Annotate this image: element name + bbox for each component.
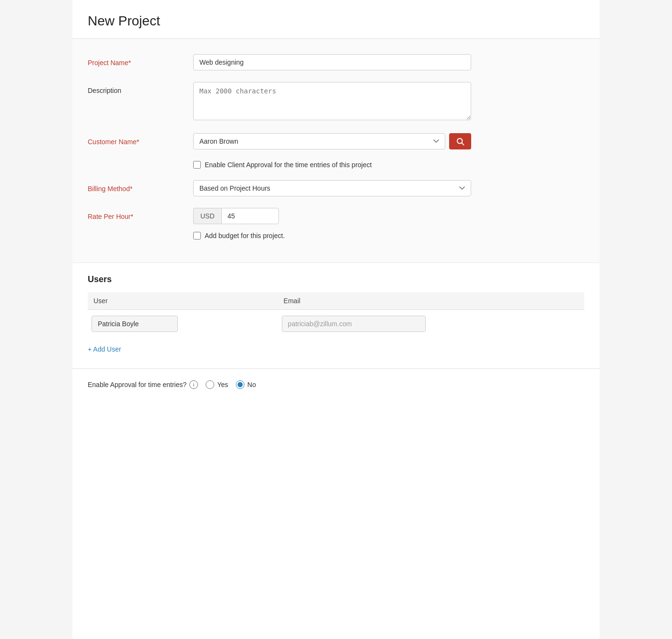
- billing-method-control: Based on Project Hours Fixed Cost Based …: [193, 180, 584, 196]
- rate-input[interactable]: [221, 208, 279, 224]
- customer-name-label: Customer Name*: [88, 133, 193, 146]
- description-label: Description: [88, 82, 193, 94]
- table-row: [88, 310, 584, 338]
- approval-radio-group: Yes No: [206, 380, 256, 389]
- add-user-label: + Add User: [88, 345, 121, 353]
- approval-yes-radio[interactable]: [206, 380, 214, 389]
- users-section-title: Users: [88, 274, 584, 285]
- add-user-button[interactable]: + Add User: [88, 342, 121, 357]
- user-cell: [88, 310, 278, 338]
- billing-method-select[interactable]: Based on Project Hours Fixed Cost Based …: [193, 180, 471, 196]
- project-name-label: Project Name*: [88, 54, 193, 67]
- search-icon: [456, 137, 464, 146]
- yes-label: Yes: [217, 381, 228, 388]
- no-label: No: [247, 381, 256, 388]
- rate-per-hour-control: USD Add budget for this project.: [193, 208, 584, 240]
- currency-badge: USD: [193, 208, 221, 224]
- approval-section: Enable Approval for time entries? i Yes …: [72, 368, 600, 400]
- col-user: User: [88, 292, 278, 310]
- add-budget-label: Add budget for this project.: [205, 232, 285, 240]
- approval-yes-option[interactable]: Yes: [206, 380, 228, 389]
- customer-name-row: Customer Name* Aaron Brown John Smith Ja…: [88, 133, 584, 149]
- approval-label: Enable Approval for time entries? i: [88, 380, 198, 389]
- approval-row: Enable Approval for time entries? i Yes …: [88, 380, 584, 389]
- project-name-input[interactable]: [193, 54, 471, 70]
- user-email-input[interactable]: [282, 316, 426, 332]
- add-budget-row: Add budget for this project.: [193, 232, 584, 240]
- users-table-header: User Email: [88, 292, 584, 310]
- rate-input-group: USD: [193, 208, 308, 224]
- users-table: User Email: [88, 292, 584, 338]
- project-name-row: Project Name*: [88, 54, 584, 70]
- email-cell: [278, 310, 584, 338]
- svg-line-1: [462, 143, 463, 145]
- col-email: Email: [278, 292, 584, 310]
- description-textarea[interactable]: [193, 82, 471, 120]
- description-row: Description: [88, 82, 584, 122]
- client-approval-label: Enable Client Approval for the time entr…: [205, 161, 372, 169]
- customer-name-select[interactable]: Aaron Brown John Smith Jane Doe: [193, 133, 445, 149]
- approval-no-option[interactable]: No: [236, 380, 256, 389]
- page-title: New Project: [88, 13, 584, 29]
- customer-name-control: Aaron Brown John Smith Jane Doe: [193, 133, 584, 149]
- project-name-control: [193, 54, 584, 70]
- rate-per-hour-row: Rate Per Hour* USD Add budget for this p…: [88, 208, 584, 240]
- add-budget-checkbox[interactable]: [193, 232, 201, 240]
- approval-no-radio[interactable]: [236, 380, 244, 389]
- client-approval-row: Enable Client Approval for the time entr…: [193, 161, 584, 169]
- customer-select-row: Aaron Brown John Smith Jane Doe: [193, 133, 471, 149]
- info-icon[interactable]: i: [189, 380, 198, 389]
- description-control: [193, 82, 584, 122]
- billing-method-row: Billing Method* Based on Project Hours F…: [88, 180, 584, 196]
- customer-search-button[interactable]: [449, 133, 471, 149]
- user-name-input[interactable]: [92, 316, 178, 332]
- billing-method-label: Billing Method*: [88, 180, 193, 193]
- client-approval-checkbox[interactable]: [193, 161, 201, 169]
- users-section: Users User Email + Add: [72, 263, 600, 368]
- rate-per-hour-label: Rate Per Hour*: [88, 208, 193, 220]
